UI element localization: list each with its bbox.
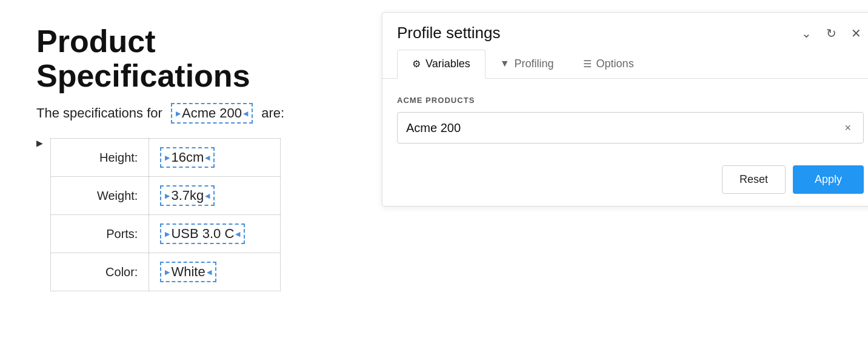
chip-value: Acme 200 <box>406 121 461 135</box>
refresh-button[interactable]: ↻ <box>824 25 839 42</box>
panel-footer: Reset Apply <box>382 156 868 206</box>
close-button[interactable]: ✕ <box>849 25 864 42</box>
table-value[interactable]: 3.7kg <box>149 177 281 215</box>
table-label: Height: <box>51 139 149 177</box>
collapse-button[interactable]: ⌄ <box>799 25 814 42</box>
reset-button[interactable]: Reset <box>722 165 786 194</box>
panel-header: Profile settings ⌄ ↻ ✕ <box>382 13 868 50</box>
section-label: ACME PRODUCTS <box>397 96 864 105</box>
profiling-tab-icon: ▼ <box>500 58 510 69</box>
right-panel: Profile settings ⌄ ↻ ✕ ⚙Variables▼Profil… <box>382 12 868 207</box>
table-value[interactable]: 16cm <box>149 139 281 177</box>
specs-table: Height:16cmWeight:3.7kgPorts:USB 3.0 CCo… <box>50 138 281 291</box>
tabs-bar: ⚙Variables▼Profiling☰Options <box>382 50 868 79</box>
table-value-var[interactable]: 16cm <box>160 147 215 168</box>
table-row: Ports:USB 3.0 C <box>51 215 281 253</box>
left-panel: Product Specifications The specification… <box>18 12 358 303</box>
table-label: Weight: <box>51 177 149 215</box>
page-title: Product Specifications <box>36 24 339 93</box>
table-value[interactable]: USB 3.0 C <box>149 215 281 253</box>
apply-button[interactable]: Apply <box>793 165 864 194</box>
subtitle-suffix: are: <box>261 105 284 121</box>
table-value-var[interactable]: 3.7kg <box>160 185 215 206</box>
triangle-marker: ▶ <box>36 138 43 148</box>
table-value-var[interactable]: White <box>160 262 216 282</box>
specs-table-wrapper: ▶ Height:16cmWeight:3.7kgPorts:USB 3.0 C… <box>36 138 339 291</box>
chip-remove-button[interactable]: × <box>841 121 855 136</box>
tab-profiling[interactable]: ▼Profiling <box>486 50 569 79</box>
options-tab-icon: ☰ <box>583 58 592 70</box>
table-value[interactable]: White <box>149 253 281 291</box>
tab-variables[interactable]: ⚙Variables <box>397 50 486 79</box>
table-row: Weight:3.7kg <box>51 177 281 215</box>
panel-controls: ⌄ ↻ ✕ <box>799 25 864 42</box>
table-label: Color: <box>51 253 149 291</box>
table-row: Color:White <box>51 253 281 291</box>
tab-label-options: Options <box>596 58 634 70</box>
value-chip-container: Acme 200 × <box>397 112 864 144</box>
table-value-var[interactable]: USB 3.0 C <box>160 223 245 244</box>
table-label: Ports: <box>51 215 149 253</box>
panel-body: ACME PRODUCTS Acme 200 × <box>382 79 868 156</box>
subtitle-variable[interactable]: Acme 200 <box>171 103 253 124</box>
subtitle: The specifications for Acme 200 are: <box>36 103 339 124</box>
panel-title: Profile settings <box>397 24 501 42</box>
tab-options[interactable]: ☰Options <box>569 50 649 79</box>
tab-label-variables: Variables <box>426 58 470 70</box>
table-row: Height:16cm <box>51 139 281 177</box>
tab-label-profiling: Profiling <box>515 58 554 70</box>
subtitle-prefix: The specifications for <box>36 105 162 121</box>
variables-tab-icon: ⚙ <box>412 58 421 70</box>
